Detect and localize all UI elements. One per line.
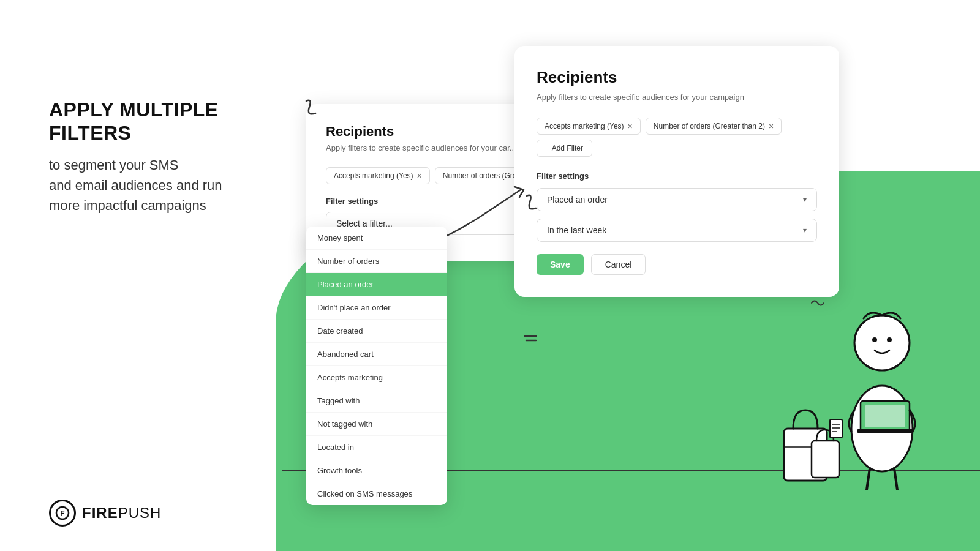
tag-marketing[interactable]: Accepts marketing (Yes) × xyxy=(326,167,430,184)
svg-rect-7 xyxy=(858,429,913,433)
svg-point-3 xyxy=(854,315,910,370)
squiggle-top xyxy=(294,95,343,132)
deco-marks-right xyxy=(809,294,827,312)
card-front: Recipients Apply filters to create speci… xyxy=(514,46,839,297)
dropdown-item-number-orders[interactable]: Number of orders xyxy=(306,250,447,273)
logo-text: FIREPUSH xyxy=(82,504,161,522)
svg-rect-8 xyxy=(865,405,905,427)
add-filter-button[interactable]: + Add Filter xyxy=(537,140,592,157)
tag-front-orders-remove[interactable]: × xyxy=(769,122,774,130)
main-body: to segment your SMS and email audiences … xyxy=(49,155,306,216)
last-week-select[interactable]: In the last week ▾ xyxy=(537,219,817,242)
deco-marks-mid-bottom xyxy=(524,331,538,346)
left-content: APPLY MULTIPLE FILTERS to segment your S… xyxy=(49,98,306,216)
chevron-down-icon-2: ▾ xyxy=(803,226,807,234)
tag-marketing-remove[interactable]: × xyxy=(417,171,422,180)
firepush-logo: F FIREPUSH xyxy=(49,500,161,527)
dropdown-item-placed-order[interactable]: Placed an order xyxy=(306,273,447,296)
dropdown-item-located-in[interactable]: Located in xyxy=(306,436,447,459)
filter-dropdown-menu: Money spent Number of orders Placed an o… xyxy=(306,227,447,505)
svg-point-5 xyxy=(887,337,892,342)
chevron-down-icon-1: ▾ xyxy=(803,195,807,204)
cancel-button[interactable]: Cancel xyxy=(591,254,646,275)
tag-front-marketing-remove[interactable]: × xyxy=(628,122,633,130)
dropdown-item-growth-tools[interactable]: Growth tools xyxy=(306,459,447,482)
filter-settings-label-front: Filter settings xyxy=(537,171,817,181)
character-illustration xyxy=(821,282,943,490)
dropdown-item-not-tagged[interactable]: Not tagged with xyxy=(306,413,447,436)
logo-icon: F xyxy=(49,500,76,527)
svg-text:F: F xyxy=(60,509,64,518)
tag-front-marketing[interactable]: Accepts marketing (Yes) × xyxy=(537,118,641,135)
tag-front-orders[interactable]: Number of orders (Greater than 2) × xyxy=(646,118,782,135)
action-buttons: Save Cancel xyxy=(537,254,817,275)
dropdown-item-abandoned-cart[interactable]: Abandoned cart xyxy=(306,343,447,366)
main-headline: APPLY MULTIPLE FILTERS xyxy=(49,98,306,145)
dropdown-item-didnt-place[interactable]: Didn't place an order xyxy=(306,296,447,320)
dropdown-item-money-spent[interactable]: Money spent xyxy=(306,227,447,250)
dropdown-item-accepts-marketing[interactable]: Accepts marketing xyxy=(306,366,447,389)
save-button[interactable]: Save xyxy=(537,254,584,275)
dropdown-item-tagged-with[interactable]: Tagged with xyxy=(306,389,447,413)
dropdown-item-clicked-sms[interactable]: Clicked on SMS messages xyxy=(306,482,447,505)
svg-point-4 xyxy=(872,337,877,342)
card-front-subtitle: Apply filters to create specific audienc… xyxy=(537,92,817,103)
placed-order-select[interactable]: Placed an order ▾ xyxy=(537,188,817,211)
dropdown-item-date-created[interactable]: Date created xyxy=(306,320,447,343)
card-front-tags: Accepts marketing (Yes) × Number of orde… xyxy=(537,118,817,157)
squiggle-mid xyxy=(514,190,551,227)
card-front-title: Recipients xyxy=(537,68,817,87)
